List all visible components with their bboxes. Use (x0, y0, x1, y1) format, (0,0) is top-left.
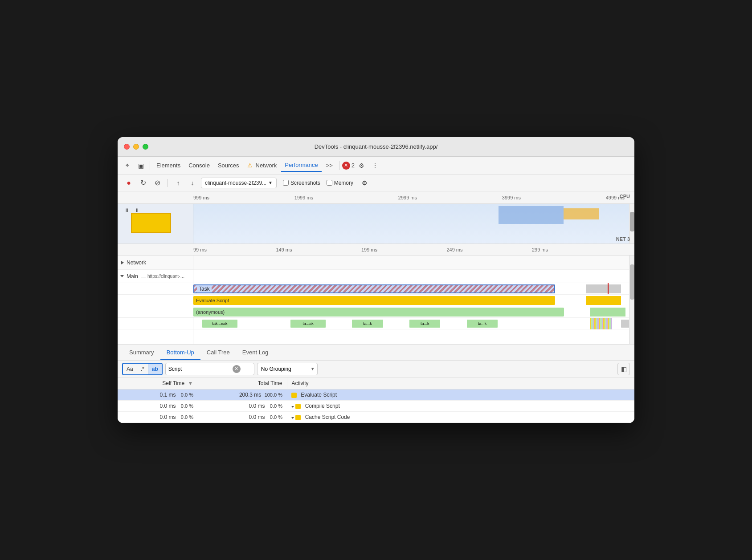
table-row[interactable]: 0.1 ms 0.0 % 200.3 ms 100.0 % Evaluate S… (118, 390, 634, 401)
tab-sources[interactable]: Sources (214, 159, 243, 172)
network-track (193, 256, 634, 270)
minimize-button[interactable] (133, 144, 139, 150)
small-bars-row-label (118, 318, 193, 329)
cell-total-time: 200.3 ms 100.0 % (198, 390, 287, 401)
aa-filter-btn[interactable]: Aa (123, 364, 137, 374)
ab-filter-btn[interactable]: ab (148, 364, 162, 374)
screenshots-checkbox-group: Screenshots (283, 180, 320, 186)
evaluate-track[interactable]: Evaluate Script (193, 295, 634, 306)
small-bar-4[interactable]: ta...k (409, 320, 440, 328)
download-button[interactable]: ↓ (187, 177, 198, 189)
tab-more[interactable]: >> (323, 159, 336, 172)
activity-color-icon (295, 415, 301, 420)
table-row[interactable]: 0.0 ms 0.0 % 0.0 ms 0.0 % Compile Script (118, 401, 634, 412)
cpu-spike2 (564, 208, 598, 219)
data-table: Self Time ▼ Total Time Activity 0.1 ms (118, 377, 634, 423)
network-collapse-icon[interactable] (121, 261, 124, 264)
clear-button[interactable]: ⊘ (151, 177, 163, 189)
filter-input[interactable] (168, 366, 231, 372)
tab-event-log[interactable]: Event Log (236, 345, 275, 360)
grouping-select-wrap: No Grouping Group by URL Group by Catego… (257, 363, 318, 375)
small-bars-track: tak...eak ta...ak ta...k ta...k ta...k (193, 318, 634, 329)
grouping-select[interactable]: No Grouping Group by URL Group by Catego… (257, 363, 318, 375)
evaluate-overflow (586, 296, 621, 305)
expand-button[interactable] (291, 417, 294, 419)
filter-bar: Aa .* ab ✕ No Grouping Group by URL Grou… (118, 361, 634, 377)
cell-activity: Cache Script Code (287, 412, 634, 423)
url-dropdown[interactable]: clinquant-mousse-2f239... ▼ (201, 178, 277, 188)
title-bar: DevTools - clinquant-mousse-2f2396.netli… (118, 137, 634, 157)
activity-color-icon (291, 393, 297, 398)
tab-console[interactable]: Console (185, 159, 213, 172)
th-activity[interactable]: Activity (287, 377, 634, 390)
close-button[interactable] (124, 144, 130, 150)
cursor-icon[interactable]: ⌖ (121, 159, 134, 172)
maximize-button[interactable] (143, 144, 148, 150)
scrollbar-thumb[interactable] (630, 212, 634, 232)
settings-icon[interactable]: ⚙ (356, 159, 368, 172)
cpu-chart-bar (131, 213, 171, 233)
error-button[interactable]: ✕ 2 (342, 159, 355, 172)
filter-clear-button[interactable]: ✕ (233, 365, 241, 373)
more-icon[interactable]: ⋮ (369, 159, 381, 172)
tab-network[interactable]: ⚠ Network (244, 159, 281, 172)
evaluate-row-label (118, 295, 193, 306)
reload-button[interactable]: ↻ (137, 177, 149, 189)
flame-labels: Network Main — https://clinquant-m... (118, 256, 193, 344)
tab-elements[interactable]: Elements (153, 159, 184, 172)
anonymous-bar[interactable]: (anonymous) (193, 308, 564, 317)
cell-total-time: 0.0 ms 0.0 % (198, 401, 287, 412)
flame-scrollbar-thumb[interactable] (630, 264, 634, 300)
sidebar-toggle-button[interactable]: ◧ (617, 363, 630, 375)
evaluate-bar[interactable]: Evaluate Script (193, 296, 555, 305)
table-row[interactable]: 0.0 ms 0.0 % 0.0 ms 0.0 % Cache Script C… (118, 412, 634, 423)
task-marker (608, 283, 609, 294)
cell-activity: Evaluate Script (287, 390, 634, 401)
task-stripe (194, 285, 554, 292)
data-table-container: Self Time ▼ Total Time Activity 0.1 ms (118, 377, 634, 423)
flame-bars: Task Evaluate Script (anonymous) (193, 256, 634, 344)
window-title: DevTools - clinquant-mousse-2f2396.netli… (315, 143, 438, 150)
upload-button[interactable]: ↑ (172, 177, 184, 189)
cell-self-time: 0.0 ms 0.0 % (118, 401, 198, 412)
cell-self-time: 0.0 ms 0.0 % (118, 412, 198, 423)
task-overflow (586, 284, 621, 293)
expand-triangle-icon (291, 406, 294, 408)
pause-markers: ⏸ ⏸ (124, 207, 139, 213)
memory-checkbox[interactable] (327, 180, 332, 186)
anonymous-overflow (590, 308, 625, 317)
tab-bottom-up[interactable]: Bottom-Up (160, 345, 200, 360)
small-bar-1[interactable]: tak...eak (202, 320, 237, 328)
flame-scrollbar[interactable] (629, 256, 634, 344)
expand-triangle-icon (291, 417, 294, 419)
net-label: NET 3 (616, 236, 630, 242)
timeline-area: 999 ms 1999 ms 2999 ms 3999 ms 4999 ms C… (118, 191, 634, 244)
main-collapse-icon[interactable] (120, 275, 124, 277)
sort-arrow-icon: ▼ (188, 380, 193, 386)
perf-settings-icon[interactable]: ⚙ (359, 177, 370, 189)
expand-button[interactable] (291, 406, 294, 408)
tab-call-tree[interactable]: Call Tree (200, 345, 236, 360)
th-total-time[interactable]: Total Time (198, 377, 287, 390)
th-self-time[interactable]: Self Time ▼ (118, 377, 198, 390)
record-button[interactable]: ● (123, 177, 135, 189)
flame-area: Network Main — https://clinquant-m... (118, 256, 634, 345)
filter-buttons-group: Aa .* ab (122, 363, 163, 375)
task-track[interactable]: Task (193, 283, 634, 295)
network-row-label: Network (118, 256, 193, 270)
screenshots-checkbox[interactable] (283, 180, 289, 186)
tab-performance[interactable]: Performance (281, 159, 321, 172)
regex-filter-btn[interactable]: .* (137, 364, 148, 374)
small-bar-3[interactable]: ta...k (352, 320, 383, 328)
small-bar-2[interactable]: ta...ak (290, 320, 326, 328)
device-icon[interactable]: ▣ (135, 159, 147, 172)
task-row-label (118, 283, 193, 295)
anonymous-track[interactable]: (anonymous) (193, 306, 634, 318)
warning-icon: ⚠ (247, 162, 253, 169)
bottom-tabs: Summary Bottom-Up Call Tree Event Log (118, 345, 634, 361)
traffic-lights (124, 144, 148, 150)
task-bar[interactable]: Task (193, 284, 555, 293)
tab-summary[interactable]: Summary (123, 345, 160, 360)
timeline-chart[interactable]: ⏸ ⏸ NET 3 (118, 204, 634, 244)
small-bar-5[interactable]: ta...k (467, 320, 498, 328)
